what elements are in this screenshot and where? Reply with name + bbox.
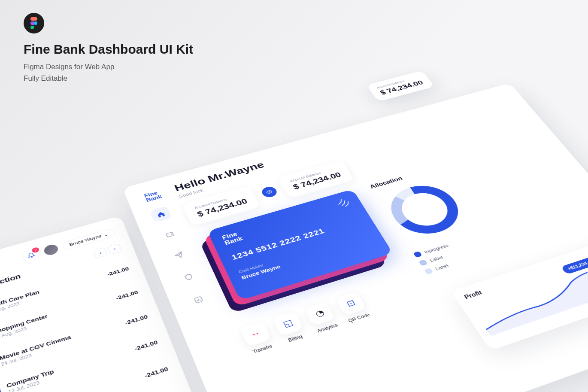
promo-title: Fine Bank Dashboard UI Kit bbox=[24, 42, 193, 57]
legend-label: Label bbox=[429, 255, 444, 263]
nav-send[interactable] bbox=[167, 246, 191, 265]
card-holder-name: Bruce Wayne bbox=[240, 236, 373, 280]
action-icon: ◱ bbox=[281, 318, 294, 329]
legend-color bbox=[424, 268, 433, 275]
action-label: QR Code bbox=[347, 312, 370, 323]
action-label: Analytics bbox=[316, 322, 339, 334]
transaction-amount: -241.00 bbox=[133, 339, 158, 352]
quick-actions: ↔Transfer◱Billing◔Analytics⊡QR Code bbox=[239, 274, 427, 355]
transaction-name: Health Care Plan bbox=[0, 271, 101, 310]
transaction-amount: -241.00 bbox=[143, 365, 169, 379]
user-name: Bruce Wayne bbox=[69, 234, 102, 247]
action-icon-box: ⊡ bbox=[335, 292, 367, 316]
pager-next-button[interactable]: › bbox=[107, 243, 122, 255]
legend-row: Inprogress bbox=[413, 218, 528, 258]
figma-logo-badge bbox=[24, 13, 44, 33]
transaction-amount: -241.00 bbox=[106, 265, 130, 277]
svg-point-4 bbox=[268, 191, 270, 192]
toggle-visibility-button[interactable] bbox=[260, 185, 279, 199]
action-qr-code[interactable]: ⊡QR Code bbox=[335, 292, 372, 324]
eye-icon bbox=[265, 189, 273, 195]
svg-point-2 bbox=[171, 234, 172, 235]
promo-subtitle-1: Figma Designs for Web App bbox=[24, 61, 193, 73]
floating-balance-card: Account Balance $ 74,234.00 bbox=[367, 70, 435, 101]
wallet-icon bbox=[164, 231, 175, 239]
action-icon-box: ↔ bbox=[239, 321, 271, 347]
svg-rect-1 bbox=[166, 232, 173, 237]
action-icon-box: ◱ bbox=[272, 311, 304, 336]
transaction-amount: -241.00 bbox=[115, 289, 139, 301]
legend-label: Label bbox=[434, 263, 449, 271]
action-icon: ⊡ bbox=[345, 298, 357, 309]
action-icon-box: ◔ bbox=[304, 301, 336, 326]
nav-analytics[interactable] bbox=[186, 290, 211, 310]
nav-home[interactable] bbox=[149, 206, 172, 223]
user-avatar[interactable] bbox=[42, 243, 61, 258]
figma-icon bbox=[30, 17, 38, 29]
brand-logo: FineBank bbox=[143, 190, 162, 203]
user-dropdown[interactable]: Bruce Wayne ⌄ bbox=[61, 228, 116, 251]
home-icon bbox=[156, 210, 166, 218]
nav-wallet[interactable] bbox=[158, 226, 182, 243]
transaction-icon: ● bbox=[0, 383, 3, 392]
svg-point-0 bbox=[34, 21, 37, 25]
svg-rect-3 bbox=[194, 296, 203, 303]
action-icon: ↔ bbox=[249, 328, 262, 340]
action-label: Transfer bbox=[252, 343, 273, 355]
action-analytics[interactable]: ◔Analytics bbox=[304, 301, 340, 334]
legend-color bbox=[418, 259, 428, 266]
pager-prev-button[interactable]: ‹ bbox=[93, 247, 108, 259]
legend-color bbox=[413, 251, 422, 258]
notification-bell-button[interactable] bbox=[21, 247, 41, 263]
send-icon bbox=[174, 251, 185, 259]
allocation-donut-chart bbox=[376, 176, 476, 245]
dashboard-panel: FineBank Hello Mr.Wayne Good luck Accoun… bbox=[122, 83, 588, 392]
chevron-down-icon: ⌄ bbox=[103, 231, 109, 237]
nav-security[interactable] bbox=[176, 267, 201, 286]
promo-subtitle-2: Fully Editable bbox=[24, 73, 193, 84]
action-billing[interactable]: ◱Billing bbox=[272, 311, 308, 344]
transaction-amount: -241.00 bbox=[124, 313, 149, 326]
action-transfer[interactable]: ↔Transfer bbox=[239, 321, 276, 355]
bell-icon bbox=[27, 252, 36, 259]
chart-icon bbox=[193, 295, 204, 304]
action-label: Billing bbox=[287, 334, 303, 343]
promo-header: Fine Bank Dashboard UI Kit Figma Designs… bbox=[24, 13, 193, 84]
action-icon: ◔ bbox=[313, 308, 326, 319]
shield-icon bbox=[183, 273, 194, 281]
